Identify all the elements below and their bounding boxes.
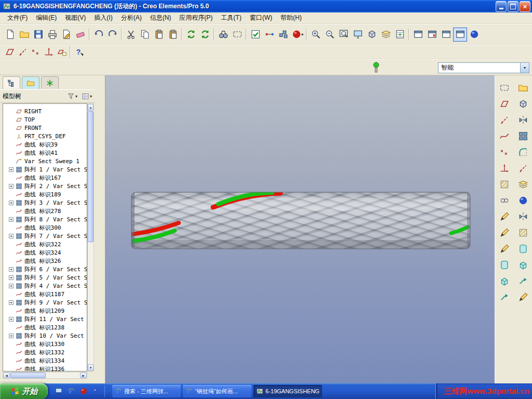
context-help-button[interactable] xyxy=(72,46,85,59)
paste-button[interactable] xyxy=(152,28,166,42)
expand-icon[interactable]: + xyxy=(9,275,14,280)
folder-browser-tab[interactable] xyxy=(22,76,39,89)
tree-item[interactable]: + 阵列 4 / Var Sect S xyxy=(3,282,87,290)
tree-item[interactable]: + 阵列 5 / Var Sect S xyxy=(3,273,87,282)
menu-item[interactable]: 窗口(W) xyxy=(246,12,276,24)
expand-icon[interactable]: + xyxy=(9,184,14,189)
expand-icon[interactable]: + xyxy=(9,267,14,272)
tree-item[interactable]: + Var Sect Sweep 1 xyxy=(3,157,87,165)
tree-item[interactable]: + 曲线 标识189 xyxy=(3,190,87,198)
select-box-button[interactable] xyxy=(230,28,244,42)
paste-special-button[interactable] xyxy=(166,28,180,42)
expand-icon[interactable]: + xyxy=(9,317,14,322)
menu-item[interactable]: 信息(N) xyxy=(146,12,176,24)
expand-icon[interactable]: + xyxy=(9,167,14,172)
scroll-down-button[interactable]: ▼ xyxy=(88,364,94,371)
model-tree-tab[interactable] xyxy=(3,76,20,89)
expand-icon[interactable]: + xyxy=(9,300,14,305)
maximize-button[interactable] xyxy=(508,1,518,12)
new-window-button[interactable] xyxy=(411,28,425,42)
datum-csys-button[interactable] xyxy=(42,46,55,59)
datum-plane-tool[interactable] xyxy=(497,97,512,111)
erase-display-button[interactable] xyxy=(73,28,87,42)
tree-item[interactable]: + 曲线 标识1334 xyxy=(3,356,87,365)
tree-horizontal-scrollbar[interactable]: ◀ ▶ xyxy=(3,372,87,379)
draft-tool[interactable] xyxy=(516,209,530,224)
sketch-tool[interactable] xyxy=(497,209,512,224)
tree-item[interactable]: + 曲线 标识1209 xyxy=(3,307,87,315)
tree-filter-menu-button[interactable]: ▾ xyxy=(66,92,78,101)
current-window-button[interactable] xyxy=(453,28,467,42)
datum-point-tool[interactable] xyxy=(497,145,512,159)
tree-item[interactable]: + 阵列 7 / Var Sect S xyxy=(3,232,87,240)
selection-filter-dropdown[interactable]: ▼ xyxy=(520,63,529,73)
menu-item[interactable]: 编辑(E) xyxy=(32,12,61,24)
print-button[interactable] xyxy=(45,28,59,42)
save-copy-button[interactable] xyxy=(59,28,73,42)
tree-vertical-scrollbar[interactable]: ▲ ▼ xyxy=(87,103,94,371)
find-button[interactable] xyxy=(216,28,230,42)
tree-item[interactable]: + 曲线 标识1336 xyxy=(3,365,87,371)
component-interface-button[interactable] xyxy=(262,28,276,42)
tree-item[interactable]: + 阵列 1 / Var Sect S xyxy=(3,165,87,174)
save-button[interactable] xyxy=(31,28,45,42)
surface-revolve-tool[interactable] xyxy=(516,258,530,272)
round-tool[interactable] xyxy=(516,145,530,159)
tree-item[interactable]: + 曲线 标识326 xyxy=(3,257,87,265)
cut-button[interactable] xyxy=(124,28,138,42)
media-player-icon[interactable] xyxy=(78,386,89,396)
separator[interactable] xyxy=(306,28,307,41)
close-button[interactable]: × xyxy=(520,1,530,12)
zoom-out-button[interactable] xyxy=(323,28,337,42)
pattern-tool[interactable] xyxy=(516,129,530,143)
wire-rope-model[interactable] xyxy=(131,191,471,250)
tree-item[interactable]: + 阵列 8 / Var Sect S xyxy=(3,215,87,223)
separator[interactable] xyxy=(181,28,182,41)
expand-icon[interactable]: + xyxy=(9,217,14,222)
menu-item[interactable]: 工具(T) xyxy=(217,12,245,24)
appearance-gallery-button[interactable]: ▾ xyxy=(290,28,304,42)
boundary-blend-tool[interactable] xyxy=(516,274,530,288)
tree-item[interactable]: + PRT_CSYS_DEF xyxy=(3,132,87,140)
scroll-thumb[interactable] xyxy=(10,373,46,378)
separator[interactable] xyxy=(408,28,409,41)
datum-plane-button[interactable] xyxy=(3,46,16,59)
insert-from-file-tool[interactable] xyxy=(516,81,530,95)
expand-icon[interactable]: + xyxy=(9,284,14,288)
expand-icon[interactable]: + xyxy=(9,234,14,238)
zoom-in-button[interactable] xyxy=(309,28,323,42)
curve-tool[interactable] xyxy=(497,129,512,143)
scroll-thumb[interactable] xyxy=(88,111,94,242)
tree-item[interactable]: + 阵列 11 / Var Sect xyxy=(3,315,87,323)
menu-item[interactable]: 视图(V) xyxy=(61,12,90,24)
tree-item[interactable]: + 曲线 标识39 xyxy=(3,140,87,149)
task-creo-window[interactable]: 6-19GANGSISHENGF... xyxy=(254,385,322,397)
analysis-tool[interactable] xyxy=(497,177,512,192)
regenerate-button[interactable] xyxy=(184,28,198,42)
start-button[interactable]: 开始 xyxy=(0,383,48,399)
spin-center-button[interactable] xyxy=(467,28,481,42)
datum-csys-tool[interactable] xyxy=(497,161,512,176)
task-howto-window[interactable]: “钢丝绳”如何画... xyxy=(183,385,251,397)
separator[interactable] xyxy=(214,28,215,41)
tree-item[interactable]: + RIGHT xyxy=(3,107,87,115)
datum-axis-tool[interactable] xyxy=(497,113,512,127)
menu-item[interactable]: 插入(I) xyxy=(90,12,116,24)
open-file-button[interactable] xyxy=(17,28,31,42)
graphics-area[interactable] xyxy=(105,75,495,383)
rib-tool[interactable] xyxy=(516,225,530,240)
menu-item[interactable]: 分析(A) xyxy=(117,12,146,24)
scroll-up-button[interactable]: ▲ xyxy=(88,104,94,111)
copy-button[interactable] xyxy=(138,28,152,42)
undo-button[interactable] xyxy=(91,28,105,42)
use-edge-tool[interactable] xyxy=(497,242,512,256)
tree-item[interactable]: + 曲线 标识324 xyxy=(3,248,87,257)
tree-item[interactable]: + 阵列 6 / Var Sect S xyxy=(3,265,87,273)
select-working-window-button[interactable] xyxy=(248,28,262,42)
close-window-button[interactable] xyxy=(425,28,439,42)
orient-mode-button[interactable] xyxy=(365,28,379,42)
chamfer-tool[interactable] xyxy=(516,161,530,176)
menu-item[interactable]: 文件(F) xyxy=(3,12,32,24)
tree-item[interactable]: + 曲线 标识278 xyxy=(3,207,87,215)
revolve-tool[interactable] xyxy=(497,274,512,288)
